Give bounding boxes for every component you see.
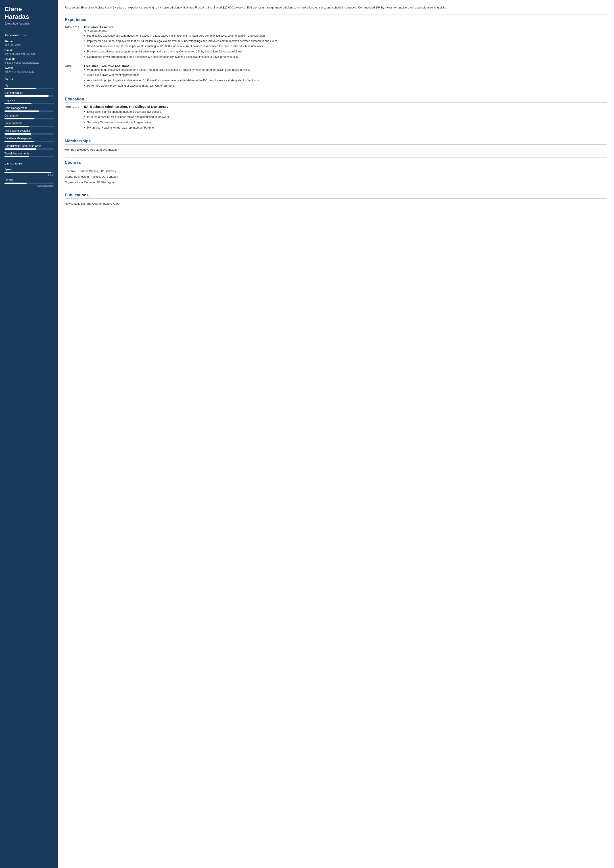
twitter-label: Twitter — [5, 67, 54, 70]
skill-bar-background — [5, 149, 54, 150]
skill-item: Coordinating Conference Calls — [5, 144, 54, 150]
email-value: clarieharadas@gmail.com — [5, 52, 54, 55]
skill-name: EQ — [5, 84, 54, 87]
skill-bar-fill — [5, 141, 34, 142]
skill-item: Communication — [5, 91, 54, 97]
skill-bar-background — [5, 110, 54, 112]
skill-bar-fill — [5, 110, 39, 112]
memberships-section: Memberships Member, Executive Assistant … — [65, 139, 607, 152]
skill-bar-background — [5, 141, 54, 142]
skill-name: Compassion — [5, 114, 54, 117]
exp-bullet: Handled top executive assistant duties f… — [84, 34, 607, 38]
course-item: Organizational Behavior, IIT Kharagpur — [65, 180, 607, 185]
exp-dates: 2013 — [65, 64, 81, 89]
linkedin-value: linkedin.com/in/clarieharadas — [5, 61, 54, 64]
exp-content: Freelance Executive AssistantWorked as t… — [84, 64, 607, 89]
publication-item: How Details Kill, The Counterintuitive C… — [65, 201, 607, 206]
language-name: Spanish — [5, 168, 54, 171]
language-level: Fluent — [5, 174, 54, 176]
main-content: Resourceful Executive Assistant with 5+ … — [58, 0, 614, 868]
courses-list: Effective Business Writing, UC BerkeleyG… — [65, 168, 607, 185]
skill-bar-background — [5, 95, 54, 97]
skill-name: Coordinating Conference Calls — [5, 144, 54, 147]
edu-content: BA, Business Administration, The College… — [84, 105, 607, 131]
publications-heading: Publications — [65, 193, 607, 198]
languages-list: SpanishFluentFrenchConversational — [5, 168, 54, 187]
language-level: Conversational — [5, 184, 54, 187]
experience-section: Experience 2013 - 2018Executive Assistan… — [65, 17, 607, 89]
edu-bullet: Excelled in financial management and bus… — [84, 110, 607, 114]
language-bar-fill — [5, 172, 51, 173]
exp-content: Executive AssistantISN Lipmann, Inc.Hand… — [84, 25, 607, 60]
exp-bullet: Aided executives with meeting preparatio… — [84, 73, 607, 77]
language-item: FrenchConversational — [5, 178, 54, 187]
course-item: Effective Business Writing, UC Berkeley — [65, 168, 607, 174]
skills-heading: Skills — [5, 77, 54, 81]
skill-bar-background — [5, 133, 54, 135]
exp-job-title: Executive Assistant — [84, 25, 607, 29]
skill-item: File-Sharing Systems — [5, 129, 54, 135]
skill-item: Travel Arrangements — [5, 152, 54, 157]
experience-item: 2013 - 2018Executive AssistantISN Lipman… — [65, 25, 607, 60]
exp-bullet: Performed weekly proofreading of executi… — [84, 84, 607, 88]
exp-company: ISN Lipmann, Inc. — [84, 29, 607, 33]
edu-bullet: Pursued a passion for business ethics an… — [84, 115, 607, 119]
phone-label: Phone — [5, 40, 54, 43]
memberships-list: Member, Executive Assistant Organization — [65, 147, 607, 152]
linkedin-label: LinkedIn — [5, 57, 54, 61]
skill-name: Travel Arrangements — [5, 152, 54, 155]
skill-item: Database Management — [5, 137, 54, 142]
skill-bar-background — [5, 118, 54, 119]
exp-bullet: Assisted with project logistics and deve… — [84, 78, 607, 82]
exp-bullet: Coordinated travel arrangements both dom… — [84, 55, 607, 59]
skill-bar-background — [5, 126, 54, 127]
sidebar: Clarie Haradas Executive Assistant Perso… — [0, 0, 58, 868]
edu-bullet: Secretary, Women in Business student org… — [84, 120, 607, 124]
education-heading: Education — [65, 97, 607, 103]
publications-list: How Details Kill, The Counterintuitive C… — [65, 201, 607, 206]
experience-heading: Experience — [65, 17, 607, 23]
skill-item: Logistics — [5, 99, 54, 104]
skill-bar-fill — [5, 95, 49, 97]
candidate-name: Clarie Haradas — [5, 5, 54, 20]
skill-bar-background — [5, 88, 54, 89]
skill-item: EQ — [5, 84, 54, 89]
exp-bullets: Worked as temp executive assistant for 4… — [84, 68, 607, 88]
experience-list: 2013 - 2018Executive AssistantISN Lipman… — [65, 25, 607, 89]
skill-name: Time Management — [5, 107, 54, 110]
courses-heading: Courses — [65, 160, 607, 166]
skill-bar-fill — [5, 118, 34, 119]
skill-name: Logistics — [5, 99, 54, 102]
languages-heading: Languages — [5, 161, 54, 165]
summary-text: Resourceful Executive Assistant with 5+ … — [65, 5, 607, 10]
skills-list: EQCommunicationLogisticsTime ManagementC… — [5, 84, 54, 157]
skill-item: Compassion — [5, 114, 54, 119]
exp-bullets: Handled top executive assistant duties f… — [84, 34, 607, 59]
phone-value: 862-208-2592 — [5, 43, 54, 46]
skill-bar-fill — [5, 88, 36, 89]
skill-bar-fill — [5, 156, 29, 157]
exp-bullet: Provided executive project support, admi… — [84, 50, 607, 54]
skill-bar-fill — [5, 103, 31, 104]
education-list: 2010 - 2013BA, Business Administration, … — [65, 105, 607, 131]
language-name: French — [5, 178, 54, 182]
exp-bullet: Implemented call-recording system that c… — [84, 39, 607, 43]
language-bar-background — [5, 172, 54, 173]
education-item: 2010 - 2013BA, Business Administration, … — [65, 105, 607, 131]
courses-section: Courses Effective Business Writing, UC B… — [65, 160, 607, 185]
email-label: E-mail — [5, 49, 54, 52]
skill-bar-fill — [5, 133, 31, 135]
education-section: Education 2010 - 2013BA, Business Admini… — [65, 97, 607, 131]
edu-bullets: Excelled in financial management and bus… — [84, 110, 607, 130]
language-item: SpanishFluent — [5, 168, 54, 176]
edu-bullet: My article, "Reading Minds" was reprinte… — [84, 126, 607, 130]
experience-item: 2013Freelance Executive AssistantWorked … — [65, 64, 607, 89]
skill-bar-background — [5, 156, 54, 157]
skill-name: File-Sharing Systems — [5, 129, 54, 132]
skill-item: Time Management — [5, 107, 54, 112]
twitter-value: twitter.com/clarieharadas — [5, 70, 54, 73]
skill-bar-fill — [5, 149, 36, 150]
skill-name: Database Management — [5, 137, 54, 140]
exp-job-title: Freelance Executive Assistant — [84, 64, 607, 68]
edu-dates: 2010 - 2013 — [65, 105, 81, 131]
